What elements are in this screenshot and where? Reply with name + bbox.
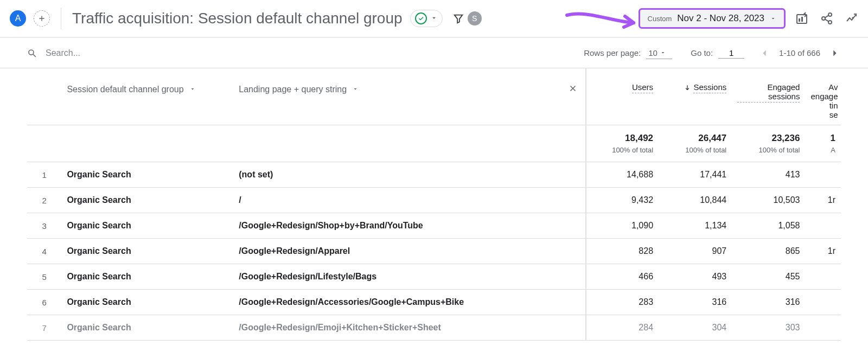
cell-engaged: 1,058 <box>732 213 805 239</box>
table-header-row: Session default channel group Landing pa… <box>27 68 841 125</box>
secondary-dimension-label: Landing page + query string <box>239 85 347 94</box>
cell-engaged: 865 <box>732 239 805 264</box>
data-table: Session default channel group Landing pa… <box>27 68 841 341</box>
cell-users: 14,688 <box>585 162 659 188</box>
cell-avg-trunc <box>805 290 841 315</box>
svg-point-4 <box>822 17 825 20</box>
goto-page: Go to: <box>691 48 744 59</box>
filter-icon <box>452 12 464 24</box>
totals-row: 18,492100% of total 26,447100% of total … <box>27 125 841 162</box>
table-row[interactable]: 3Organic Search/Google+Redesign/Shop+by+… <box>27 213 841 239</box>
table-row[interactable]: 1Organic Search(not set)14,68817,441413 <box>27 162 841 188</box>
chevron-down-icon <box>430 14 438 23</box>
column-label-line: Av <box>828 82 838 92</box>
row-index: 1 <box>27 162 61 188</box>
cell-secondary-dimension: (not set) <box>233 162 585 188</box>
svg-point-5 <box>828 21 832 24</box>
cell-engaged: 303 <box>732 315 805 341</box>
table-row[interactable]: 5Organic Search/Google+Redesign/Lifestyl… <box>27 264 841 290</box>
cell-avg-trunc <box>805 315 841 341</box>
remove-dimension-button[interactable] <box>568 84 578 95</box>
secondary-dimension-dropdown[interactable]: Landing page + query string <box>239 82 359 97</box>
column-primary-dimension: Session default channel group <box>61 68 233 125</box>
check-circle-icon <box>415 12 427 24</box>
cell-engaged: 413 <box>732 162 805 188</box>
cell-sessions: 1,134 <box>659 213 732 239</box>
cell-sessions: 316 <box>659 290 732 315</box>
column-engaged-sessions[interactable]: Engaged sessions <box>732 68 805 125</box>
cell-engaged: 455 <box>732 264 805 290</box>
row-index: 3 <box>27 213 61 239</box>
cell-sessions: 493 <box>659 264 732 290</box>
caret-down-icon <box>352 85 359 94</box>
cell-primary-dimension: Organic Search <box>61 162 233 188</box>
cell-secondary-dimension: / <box>233 188 585 213</box>
cell-engaged: 316 <box>732 290 805 315</box>
annotation-arrow <box>564 11 640 36</box>
insights-button[interactable] <box>845 12 858 25</box>
share-button[interactable] <box>820 12 833 25</box>
rows-per-page-label: Rows per page: <box>584 48 641 58</box>
caret-down-icon <box>660 49 666 56</box>
cell-primary-dimension: Organic Search <box>61 213 233 239</box>
column-avg-engagement-time[interactable]: Av engage tin se <box>805 68 841 125</box>
cell-avg-trunc <box>805 162 841 188</box>
cell-sessions: 17,441 <box>659 162 732 188</box>
cell-primary-dimension: Organic Search <box>61 315 233 341</box>
next-page-button[interactable] <box>829 47 841 59</box>
cell-secondary-dimension: /Google+Redesign/Emoji+Kitchen+Sticker+S… <box>233 315 585 341</box>
cell-avg-trunc: 1r <box>805 239 841 264</box>
cell-users: 1,090 <box>585 213 659 239</box>
date-range-picker[interactable]: Custom Nov 2 - Nov 28, 2023 <box>639 8 786 29</box>
total-users: 18,492100% of total <box>585 125 659 162</box>
cell-secondary-dimension: /Google+Redesign/Accessories/Google+Camp… <box>233 290 585 315</box>
cell-primary-dimension: Organic Search <box>61 290 233 315</box>
prev-page-button[interactable] <box>758 47 770 59</box>
cell-primary-dimension: Organic Search <box>61 188 233 213</box>
table-row[interactable]: 6Organic Search/Google+Redesign/Accessor… <box>27 290 841 315</box>
column-label: Engaged sessions <box>737 82 800 103</box>
total-avg-trunc: 1A <box>805 125 841 162</box>
column-sessions[interactable]: Sessions <box>659 68 732 125</box>
table-row[interactable]: 4Organic Search/Google+Redesign/Apparel8… <box>27 239 841 264</box>
total-engaged: 23,236100% of total <box>732 125 805 162</box>
cell-secondary-dimension: /Google+Redesign/Shop+by+Brand/YouTube <box>233 213 585 239</box>
search-field[interactable] <box>27 48 584 59</box>
cell-avg-trunc <box>805 264 841 290</box>
column-secondary-dimension: Landing page + query string <box>233 68 585 125</box>
table-row[interactable]: 2Organic Search/9,43210,84410,5031r <box>27 188 841 213</box>
column-label: Sessions <box>693 82 726 93</box>
cell-secondary-dimension: /Google+Redesign/Apparel <box>233 239 585 264</box>
page-range-text: 1-10 of 666 <box>779 48 820 58</box>
cell-sessions: 304 <box>659 315 732 341</box>
row-index: 4 <box>27 239 61 264</box>
cell-secondary-dimension: /Google+Redesign/Lifestyle/Bags <box>233 264 585 290</box>
column-label: Users <box>632 82 653 93</box>
page-title: Traffic acquisition: Session default cha… <box>72 10 403 27</box>
add-comparison-button[interactable] <box>34 10 50 27</box>
account-avatar[interactable]: A <box>10 10 26 27</box>
header-actions <box>795 12 858 25</box>
table-row[interactable]: 7Organic Search/Google+Redesign/Emoji+Ki… <box>27 315 841 341</box>
rows-per-page: Rows per page: 10 <box>584 47 672 59</box>
cell-avg-trunc <box>805 213 841 239</box>
row-index: 5 <box>27 264 61 290</box>
cell-engaged: 10,503 <box>732 188 805 213</box>
customize-report-button[interactable] <box>795 12 808 25</box>
rows-per-page-select[interactable]: 10 <box>646 47 672 59</box>
table-toolbar: Rows per page: 10 Go to: 1-10 of 666 <box>0 38 868 68</box>
search-input[interactable] <box>44 48 261 59</box>
page-header: A Traffic acquisition: Session default c… <box>0 0 868 38</box>
svg-line-7 <box>33 54 36 57</box>
chevron-left-icon <box>758 47 770 59</box>
goto-input[interactable] <box>718 48 744 59</box>
status-chip[interactable] <box>410 10 443 27</box>
goto-label: Go to: <box>691 48 713 58</box>
column-users[interactable]: Users <box>585 68 659 125</box>
svg-rect-1 <box>799 18 800 22</box>
filter-group[interactable]: S <box>452 11 482 25</box>
caret-down-icon <box>189 85 196 94</box>
total-sessions: 26,447100% of total <box>659 125 732 162</box>
primary-dimension-dropdown[interactable]: Session default channel group <box>67 82 195 97</box>
cell-avg-trunc: 1r <box>805 188 841 213</box>
